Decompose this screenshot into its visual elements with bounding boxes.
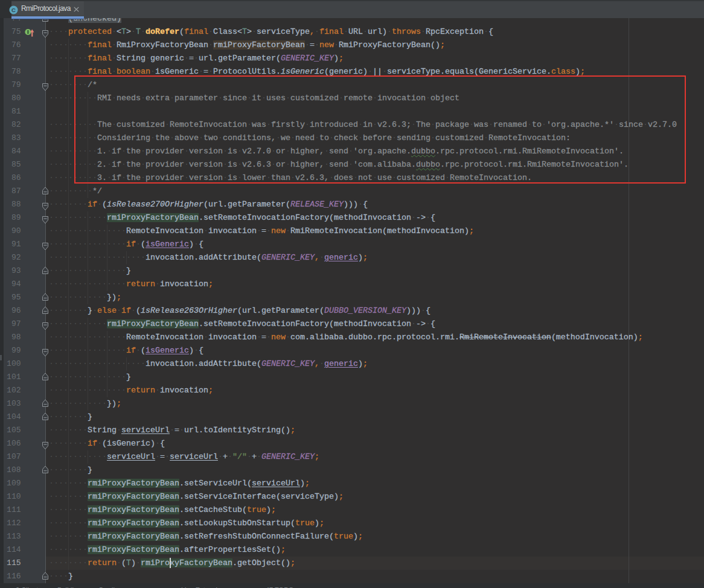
svg-text:C: C [11, 7, 16, 13]
